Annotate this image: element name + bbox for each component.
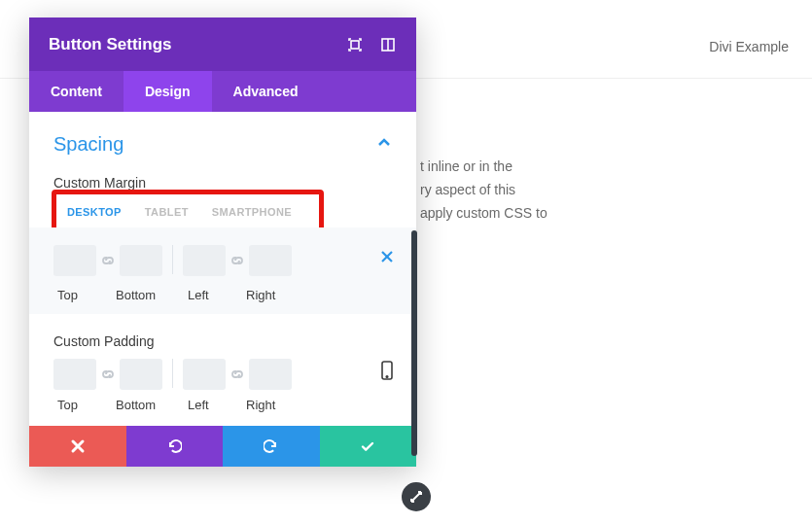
redo-button[interactable] (223, 426, 320, 467)
modal-tabs: Content Design Advanced (29, 71, 416, 112)
label-bottom: Bottom (116, 398, 178, 412)
device-tab-tablet[interactable]: TABLET (145, 206, 189, 218)
svg-rect-0 (351, 41, 359, 49)
margin-top-input[interactable] (53, 245, 96, 276)
device-icon[interactable] (380, 361, 394, 384)
link-icon[interactable] (228, 251, 247, 270)
link-icon[interactable] (228, 365, 247, 384)
chevron-up-icon[interactable] (376, 135, 392, 154)
undo-button[interactable] (126, 426, 224, 467)
expand-icon[interactable] (346, 36, 364, 53)
modal-header: Button Settings (29, 17, 416, 71)
bg-text-line: apply custom CSS to (420, 202, 547, 226)
label-right: Right (246, 398, 293, 412)
modal-body: Spacing Custom Margin DESKTOP TABLET SMA… (29, 112, 416, 426)
margin-inputs-row (29, 227, 416, 288)
label-top: Top (57, 288, 116, 302)
margin-right-input[interactable] (249, 245, 292, 276)
padding-left-input[interactable] (183, 359, 226, 390)
margin-bottom-input[interactable] (120, 245, 162, 276)
pair-separator (172, 245, 173, 274)
label-bottom: Bottom (116, 288, 178, 302)
tab-content[interactable]: Content (29, 71, 124, 112)
panel-split-icon[interactable] (379, 36, 397, 53)
close-icon[interactable] (379, 249, 395, 268)
padding-top-input[interactable] (53, 359, 96, 390)
margin-side-labels: Top Bottom Left Right (53, 282, 293, 302)
label-left: Left (188, 398, 246, 412)
tab-advanced[interactable]: Advanced (212, 71, 320, 112)
background-text: t inline or in the ry aspect of this app… (420, 156, 547, 225)
label-top: Top (57, 398, 116, 412)
device-tab-desktop[interactable]: DESKTOP (67, 206, 122, 218)
link-icon[interactable] (98, 365, 118, 384)
cancel-button[interactable] (29, 426, 126, 467)
save-button[interactable] (320, 426, 417, 467)
settings-modal: Button Settings Content Design Advanced … (29, 17, 416, 467)
custom-padding-label: Custom Padding (53, 333, 392, 349)
scrollbar-thumb[interactable] (411, 230, 417, 456)
tab-design[interactable]: Design (124, 71, 212, 112)
custom-margin-label: Custom Margin (53, 175, 392, 191)
svg-point-6 (386, 376, 388, 378)
padding-bottom-input[interactable] (120, 359, 162, 390)
margin-left-input[interactable] (183, 245, 226, 276)
brand-link[interactable]: Divi Example (709, 39, 789, 54)
label-left: Left (188, 288, 246, 302)
link-icon[interactable] (98, 251, 118, 270)
resize-handle-icon[interactable] (402, 482, 431, 511)
bg-text-line: t inline or in the (420, 156, 547, 179)
padding-side-labels: Top Bottom Left Right (53, 390, 392, 412)
modal-title: Button Settings (49, 35, 331, 54)
device-tabs: DESKTOP TABLET SMARTPHONE (53, 194, 392, 227)
pair-separator (172, 359, 173, 388)
section-title-spacing[interactable]: Spacing (53, 133, 124, 156)
padding-right-input[interactable] (249, 359, 292, 390)
bg-text-line: ry aspect of this (420, 179, 547, 202)
device-tab-smartphone[interactable]: SMARTPHONE (212, 206, 292, 218)
section-header: Spacing (53, 133, 392, 156)
modal-footer (29, 426, 416, 467)
label-right: Right (246, 288, 293, 302)
